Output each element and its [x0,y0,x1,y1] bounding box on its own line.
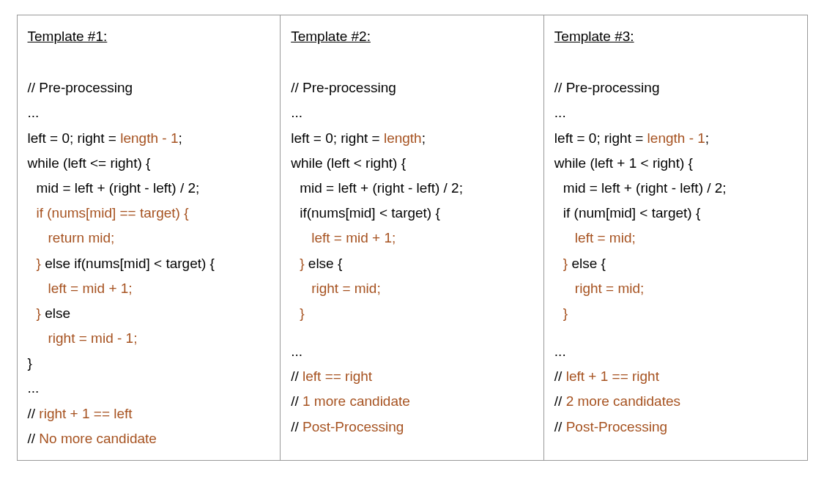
code-line: while (left + 1 < right) { [554,151,797,176]
code-line: } [291,301,533,326]
code-line: } else [28,301,270,326]
code-line: } else { [554,251,797,276]
template-column-1: Template #1: // Pre-processing...left = … [18,15,281,460]
code-line: mid = left + (right - left) / 2; [28,176,270,201]
code-line: while (left < right) { [291,151,533,176]
code-line: ... [554,339,797,364]
template-column-3: Template #3: // Pre-processing...left = … [544,15,807,460]
code-line: left = 0; right = length; [291,126,533,151]
code-line: return mid; [28,226,270,251]
code-line: } else if(nums[mid] < target) { [28,251,270,276]
code-line: while (left <= right) { [28,151,270,176]
code-line: if(nums[mid] < target) { [291,201,533,226]
template-column-2: Template #2: // Pre-processing...left = … [281,15,544,460]
code-line: ... [28,100,270,125]
code-line: // Pre-processing [28,75,270,100]
code-line: // Pre-processing [554,75,797,100]
code-line: // left + 1 == right [554,364,797,389]
code-line: left = mid + 1; [291,226,533,251]
code-line: // Post-Processing [554,415,797,440]
code-line: ... [291,339,533,364]
code-line: right = mid; [291,276,533,301]
code-line: mid = left + (right - left) / 2; [291,176,533,201]
code-line: right = mid - 1; [28,326,270,351]
code-line: mid = left + (right - left) / 2; [554,176,797,201]
template-heading: Template #2: [291,24,371,49]
template-heading: Template #1: [28,24,108,49]
code-line: // 2 more candidates [554,389,797,414]
code-line: // right + 1 == left [28,401,270,426]
code-line: } else { [291,251,533,276]
code-line: left = mid; [554,226,797,251]
code-line: // Post-Processing [291,415,533,440]
code-line: // No more candidate [28,426,270,451]
code-line: left = 0; right = length - 1; [28,126,270,151]
code-line: left = mid + 1; [28,276,270,301]
code-line: } [28,351,270,376]
code-line: right = mid; [554,276,797,301]
code-block: // Pre-processing...left = 0; right = le… [554,75,797,440]
code-line: ... [554,100,797,125]
code-block: // Pre-processing...left = 0; right = le… [28,75,270,451]
template-heading: Template #3: [554,24,634,49]
code-line: if (num[mid] < target) { [554,201,797,226]
code-line: left = 0; right = length - 1; [554,126,797,151]
code-line: } [554,301,797,326]
code-line: if (nums[mid] == target) { [28,201,270,226]
code-line: // Pre-processing [291,75,533,100]
code-line: // left == right [291,364,533,389]
code-block: // Pre-processing...left = 0; right = le… [291,75,533,440]
code-line: ... [291,100,533,125]
code-line: ... [28,376,270,401]
code-line: // 1 more candidate [291,389,533,414]
templates-table: Template #1: // Pre-processing...left = … [17,15,808,461]
